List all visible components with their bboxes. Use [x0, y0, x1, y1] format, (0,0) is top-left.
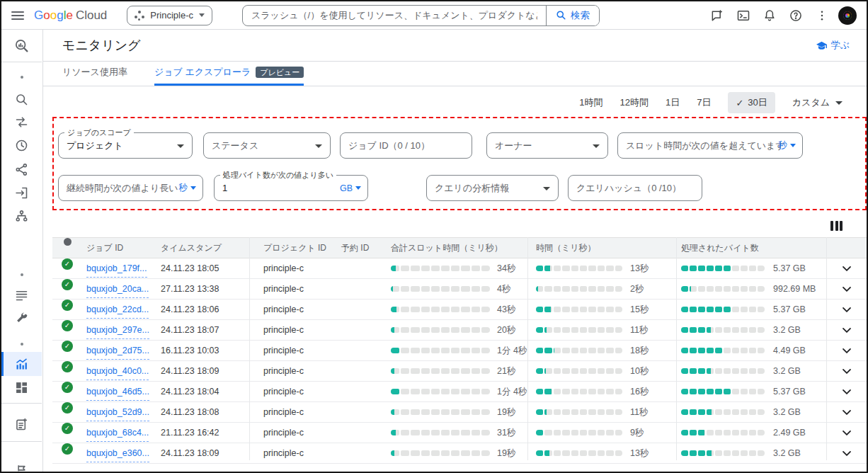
status-success-icon: ✓ [62, 443, 73, 455]
bytes-bar [681, 368, 765, 374]
page-header: モニタリング 学ぶ [42, 30, 867, 62]
job-id-link[interactable]: bquxjob_e360... [86, 445, 149, 462]
column-divider [676, 237, 677, 460]
project-id-cell: principle-c [263, 341, 304, 360]
time-option-7日[interactable]: 7日 [697, 96, 711, 109]
job-id-link[interactable]: bquxjob_46d5... [86, 383, 149, 401]
project-selector[interactable]: Principle-c [127, 6, 212, 25]
job-id-link[interactable]: bquxjob_297e... [86, 321, 149, 339]
jobs-table-header: ジョブ IDタイムスタンププロジェクト ID予約 ID合計スロット時間（ミリ秒）… [52, 237, 867, 258]
filter-owner[interactable]: オーナー [486, 132, 608, 159]
filter-duration[interactable]: 秒 [58, 175, 203, 201]
duration-input[interactable] [67, 183, 195, 193]
status-success-icon: ✓ [62, 382, 73, 393]
row-expand-chevron-icon[interactable] [840, 405, 855, 419]
time-option-30日[interactable]: ✓30日 [728, 92, 775, 113]
slot-time-bar [391, 327, 490, 333]
job-id-link[interactable]: bquxjob_20ca... [86, 280, 149, 298]
help-icon[interactable] [786, 6, 806, 25]
governance-icon[interactable] [1, 204, 42, 228]
chevron-down-icon [790, 144, 796, 147]
search-input[interactable] [243, 10, 546, 21]
column-display-options-icon[interactable] [830, 221, 845, 232]
bytes-value: 992.69 MB [773, 279, 816, 299]
more-products-icon[interactable] [1, 460, 42, 473]
slot-time-bar [391, 286, 490, 292]
cloud-shell-icon[interactable] [733, 6, 753, 25]
account-avatar[interactable] [838, 6, 857, 25]
migration-icon[interactable] [1, 181, 42, 205]
duration-value: 18秒 [630, 341, 649, 360]
status-column-header [64, 238, 72, 246]
slot-time-unit-select[interactable]: 秒 [779, 133, 796, 158]
row-expand-chevron-icon[interactable] [840, 426, 855, 440]
monitoring-icon[interactable] [1, 352, 42, 376]
job-id-link[interactable]: bquxjob_2d75... [86, 342, 149, 360]
time-option-12時間[interactable]: 12時間 [619, 96, 648, 109]
row-expand-chevron-icon[interactable] [840, 282, 855, 296]
job-id-link[interactable]: bquxjob_52d9... [86, 404, 149, 421]
bytes-value: 3.2 GB [773, 361, 801, 381]
filter-query-hash[interactable] [568, 175, 702, 201]
job-id-link[interactable]: bquxjob_179f... [86, 260, 147, 278]
job-id-link[interactable]: bquxjob_22cd... [86, 301, 149, 319]
filter-slot-time[interactable]: 秒 [617, 132, 803, 159]
row-expand-chevron-icon[interactable] [840, 261, 855, 275]
job-id-link[interactable]: bquxjob_40c0... [86, 363, 149, 380]
admin-icon[interactable] [1, 306, 42, 330]
job-history-icon[interactable] [1, 283, 42, 307]
duration-bar [536, 348, 622, 353]
job-id-link[interactable]: bquxjob_68c4... [86, 424, 149, 442]
bytes-value: 5.37 GB [773, 300, 806, 319]
graduation-cap-icon [816, 40, 828, 52]
tab-resource-usage[interactable]: リソース使用率 [62, 66, 127, 86]
learn-link[interactable]: 学ぶ [816, 39, 850, 52]
duration-bar [536, 286, 622, 292]
tab-job-explorer[interactable]: ジョブ エクスプローラ プレビュー [154, 66, 304, 86]
feedback-icon[interactable] [707, 6, 727, 25]
data-transfers-icon[interactable] [1, 110, 42, 134]
row-expand-chevron-icon[interactable] [840, 364, 855, 378]
notifications-bell-icon[interactable] [760, 6, 780, 25]
timestamp-cell: 24.11.23 18:04 [161, 382, 219, 401]
row-expand-chevron-icon[interactable] [840, 384, 855, 399]
bytes-processed-input[interactable] [222, 183, 360, 193]
filter-job-id[interactable] [340, 132, 472, 159]
status-success-icon: ✓ [62, 300, 73, 311]
bytes-bar [681, 307, 765, 312]
query-hash-input[interactable] [576, 183, 694, 193]
job-id-input[interactable] [348, 140, 464, 151]
slot-time-value: 20秒 [497, 320, 515, 340]
analytics-hub-icon[interactable] [1, 157, 42, 181]
chevron-down-icon [593, 144, 600, 148]
scheduled-queries-icon[interactable] [1, 133, 42, 157]
table-row: ✓bquxjob_22cd...24.11.23 18:06principle-… [52, 300, 867, 320]
row-expand-chevron-icon[interactable] [840, 323, 855, 337]
bigquery-logo-icon[interactable] [1, 33, 42, 57]
duration-bar [536, 307, 622, 312]
time-option-カスタム[interactable]: カスタム [792, 96, 843, 109]
filter-status[interactable]: ステータス [203, 132, 331, 159]
bytes-unit-select[interactable]: GB [340, 176, 361, 200]
filter-query-insights[interactable]: クエリの分析情報 [426, 175, 559, 201]
status-success-icon: ✓ [62, 361, 73, 372]
search-button[interactable]: 検索 [546, 6, 599, 25]
column-divider [826, 237, 827, 460]
time-option-1時間[interactable]: 1時間 [579, 96, 603, 109]
search-icon[interactable] [1, 87, 42, 111]
duration-unit-select[interactable]: 秒 [179, 176, 197, 200]
partner-center-icon[interactable] [1, 375, 42, 399]
time-option-1日[interactable]: 1日 [666, 96, 680, 109]
duration-value: 15秒 [630, 300, 649, 319]
menu-icon[interactable] [11, 11, 24, 20]
more-options-icon[interactable] [812, 6, 832, 25]
filter-bytes-processed[interactable]: 処理バイト数が次の値より多い GB [214, 175, 368, 201]
release-notes-icon[interactable] [1, 412, 42, 436]
row-expand-chevron-icon[interactable] [840, 302, 855, 317]
bytes-value: 3.2 GB [773, 320, 801, 340]
filter-job-scope[interactable]: ジョブのスコープ プロジェクト [58, 132, 193, 159]
bytes-bar [681, 286, 765, 292]
row-expand-chevron-icon[interactable] [840, 343, 855, 358]
slot-time-input[interactable] [626, 140, 794, 151]
row-expand-chevron-icon[interactable] [840, 446, 855, 460]
